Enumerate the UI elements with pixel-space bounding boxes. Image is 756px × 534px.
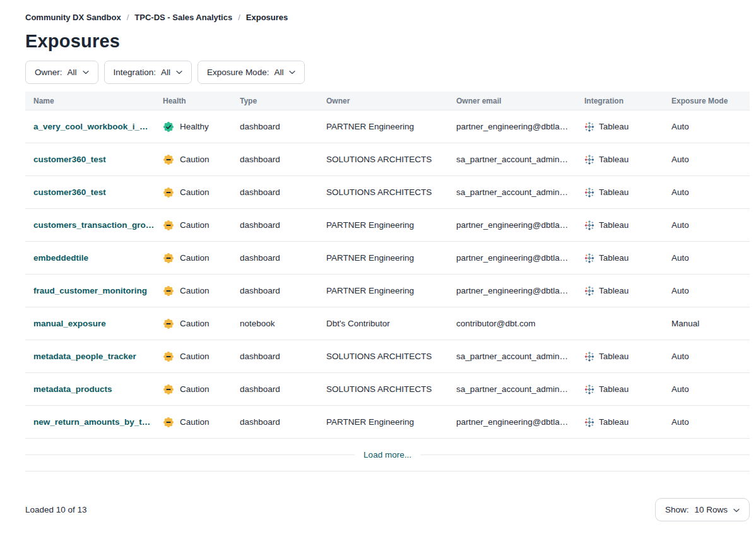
owner-email: partner_engineering@dbtla… xyxy=(456,417,584,427)
table-row: customers_transaction_gro… Caution xyxy=(25,209,750,242)
exposure-mode-filter-dropdown[interactable]: Exposure Mode: All xyxy=(198,61,305,84)
table-row: metadata_products Caution dashboar xyxy=(25,373,750,406)
integration-cell: Tableau xyxy=(584,155,671,165)
exposure-name-link[interactable]: metadata_people_tracker xyxy=(33,352,136,361)
health-status-icon xyxy=(163,285,174,297)
owner-name: SOLUTIONS ARCHITECTS xyxy=(326,384,456,394)
exposure-type: dashboard xyxy=(240,286,326,295)
divider xyxy=(420,454,750,455)
exposure-name-link[interactable]: customers_transaction_gro… xyxy=(33,220,154,230)
loaded-count-text: Loaded 10 of 13 xyxy=(25,505,87,514)
column-header-type: Type xyxy=(240,97,326,105)
owner-filter-dropdown[interactable]: Owner: All xyxy=(25,61,98,84)
column-header-owner-email: Owner email xyxy=(456,97,584,105)
breadcrumb-project-link[interactable]: TPC-DS - Sales Analytics xyxy=(134,13,232,22)
exposure-mode: Auto xyxy=(671,253,750,263)
exposure-mode-filter-value: All xyxy=(274,68,283,77)
table-row: fraud_customer_monitoring Caution xyxy=(25,275,750,307)
name-cell: customers_transaction_gro… xyxy=(33,220,163,230)
name-cell: a_very_cool_workbook_i_… xyxy=(33,122,163,131)
tableau-icon xyxy=(584,352,594,362)
column-header-health: Health xyxy=(163,97,240,105)
table-header-row: Name Health Type Owner Owner email Integ… xyxy=(25,92,750,110)
integration-label: Tableau xyxy=(599,155,629,164)
health-cell: Caution xyxy=(163,285,240,297)
owner-email: sa_partner_account_admin… xyxy=(456,155,584,164)
show-rows-value: 10 Rows xyxy=(694,505,728,514)
health-cell: Caution xyxy=(163,417,240,428)
health-cell: Caution xyxy=(163,154,240,165)
exposure-mode: Auto xyxy=(671,286,750,295)
health-status-label: Caution xyxy=(180,319,210,328)
health-cell: Caution xyxy=(163,384,240,395)
name-cell: customer360_test xyxy=(33,187,163,197)
exposure-mode: Auto xyxy=(671,187,750,197)
table-row: manual_exposure Caution notebook xyxy=(25,307,750,340)
owner-name: SOLUTIONS ARCHITECTS xyxy=(326,155,456,164)
integration-label: Tableau xyxy=(599,253,629,263)
health-cell: Healthy xyxy=(163,121,240,133)
chevron-down-icon xyxy=(83,71,89,74)
integration-cell: Tableau xyxy=(584,253,671,263)
health-status-label: Caution xyxy=(180,384,210,394)
breadcrumb-current-page: Exposures xyxy=(246,13,288,22)
health-cell: Caution xyxy=(163,351,240,362)
chevron-down-icon xyxy=(289,71,295,74)
integration-cell: Tableau xyxy=(584,220,671,230)
integration-label: Tableau xyxy=(599,384,629,394)
exposures-page: Community DX Sandbox / TPC-DS - Sales An… xyxy=(25,0,750,521)
integration-label: Tableau xyxy=(599,122,629,131)
owner-name: PARTNER Engineering xyxy=(326,220,456,230)
table-row: customer360_test Caution dashboard xyxy=(25,176,750,209)
column-header-owner: Owner xyxy=(326,97,456,105)
exposure-type: dashboard xyxy=(240,417,326,427)
owner-name: PARTNER Engineering xyxy=(326,122,456,131)
exposure-name-link[interactable]: manual_exposure xyxy=(33,319,106,328)
integration-label: Tableau xyxy=(599,352,629,361)
health-status-label: Healthy xyxy=(180,122,209,131)
health-status-icon xyxy=(163,318,174,329)
integration-cell: Tableau xyxy=(584,384,671,395)
owner-email: sa_partner_account_admin… xyxy=(456,384,584,394)
health-status-icon xyxy=(163,351,174,362)
divider xyxy=(25,454,355,455)
exposure-name-link[interactable]: customer360_test xyxy=(33,155,106,164)
exposure-mode: Auto xyxy=(671,352,750,361)
health-status-icon xyxy=(163,121,174,133)
tableau-icon xyxy=(584,122,594,132)
owner-email: partner_engineering@dbtla… xyxy=(456,220,584,230)
integration-label: Tableau xyxy=(599,220,629,230)
tableau-icon xyxy=(584,384,594,395)
tableau-icon xyxy=(584,220,594,230)
integration-cell: Tableau xyxy=(584,122,671,132)
exposure-name-link[interactable]: customer360_test xyxy=(33,187,106,197)
owner-email: partner_engineering@dbtla… xyxy=(456,253,584,263)
integration-filter-dropdown[interactable]: Integration: All xyxy=(104,61,192,84)
breadcrumb-separator: / xyxy=(238,13,240,22)
exposure-mode: Auto xyxy=(671,220,750,230)
table-row: customer360_test Caution dashboard xyxy=(25,143,750,176)
integration-cell: Tableau xyxy=(584,286,671,296)
health-status-label: Caution xyxy=(180,417,210,427)
health-cell: Caution xyxy=(163,187,240,198)
show-rows-dropdown[interactable]: Show: 10 Rows xyxy=(655,498,750,521)
health-status-label: Caution xyxy=(180,220,210,230)
breadcrumb-account-link[interactable]: Community DX Sandbox xyxy=(25,13,121,22)
exposure-name-link[interactable]: a_very_cool_workbook_i_… xyxy=(33,122,148,131)
exposure-name-link[interactable]: fraud_customer_monitoring xyxy=(33,286,147,295)
exposure-mode: Auto xyxy=(671,417,750,427)
table-row: a_very_cool_workbook_i_… Healthy d xyxy=(25,110,750,143)
exposure-name-link[interactable]: new_return_amounts_by_t… xyxy=(33,417,150,427)
health-status-label: Caution xyxy=(180,155,210,164)
table-footer: Loaded 10 of 13 Show: 10 Rows xyxy=(25,498,750,521)
exposure-type: dashboard xyxy=(240,220,326,230)
table-body: a_very_cool_workbook_i_… Healthy d xyxy=(25,110,750,439)
integration-cell: Tableau xyxy=(584,187,671,198)
integration-label: Tableau xyxy=(599,187,629,197)
exposure-name-link[interactable]: metadata_products xyxy=(33,384,112,394)
exposure-name-link[interactable]: embeddedtile xyxy=(33,253,88,263)
owner-email: contributor@dbt.com xyxy=(456,319,584,328)
exposure-mode: Auto xyxy=(671,384,750,394)
load-more-link[interactable]: Load more... xyxy=(355,450,420,460)
load-more-row: Load more... xyxy=(25,439,750,472)
